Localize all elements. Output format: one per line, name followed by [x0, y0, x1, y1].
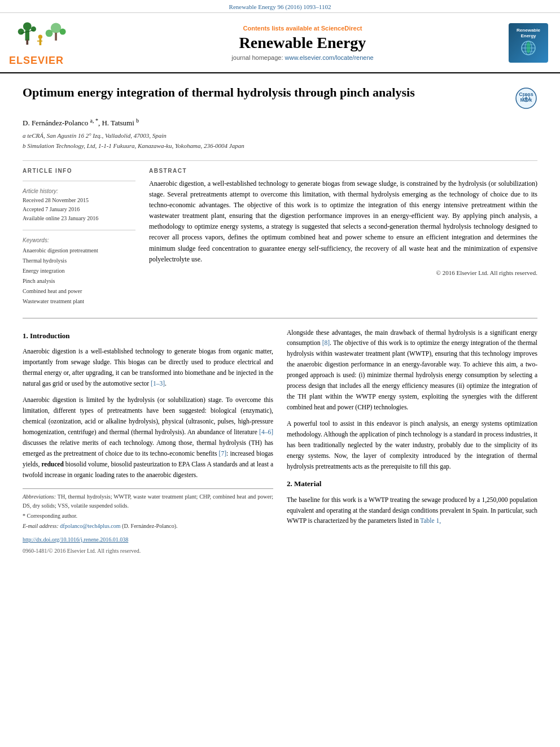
- svg-point-3: [18, 29, 24, 35]
- svg-text:Cross: Cross: [519, 91, 533, 97]
- journal-reference-text: Renewable Energy 96 (2016) 1093–1102: [229, 3, 331, 10]
- article-content: Optimum energy integration of thermal hy…: [0, 73, 560, 567]
- crossmark-badge[interactable]: Cross Mark: [515, 87, 537, 110]
- affiliation-a: a teCRÁ, San Agustín 16 2° Izq., Vallado…: [23, 131, 537, 141]
- ref-7: [7]: [219, 450, 226, 457]
- accepted-date: Accepted 7 January 2016: [23, 205, 135, 214]
- elsevier-wordmark: ELSEVIER: [9, 55, 64, 67]
- table-ref: Table 1,: [420, 517, 441, 524]
- abstract-copyright: © 2016 Elsevier Ltd. All rights reserved…: [149, 269, 537, 276]
- material-para-1: The baseline for this work is a WWTP tre…: [287, 495, 537, 527]
- body-columns: 1. Introduction Anaerobic digestion is a…: [23, 327, 537, 556]
- doi-line[interactable]: http://dx.doi.org/10.1016/j.renene.2016.…: [23, 535, 273, 544]
- elsevier-logo-section: ELSEVIER: [9, 19, 99, 67]
- section1-heading: 1. Introduction: [23, 330, 273, 342]
- divider-1: [23, 160, 537, 161]
- renewable-energy-logo: RenewableEnergy: [509, 23, 548, 63]
- footnote-corresponding: * Corresponding author.: [23, 512, 273, 521]
- footnote-email: E-mail address: dfpolanco@tech4plus.com …: [23, 522, 273, 531]
- svg-rect-13: [40, 39, 42, 45]
- contents-text: Contents lists available at: [243, 25, 321, 32]
- keyword-1: Anaerobic digestion pretreatment: [23, 246, 135, 256]
- keywords-label: Keywords:: [23, 237, 135, 243]
- svg-rect-0: [12, 19, 75, 53]
- keywords-section: Keywords: Anaerobic digestion pretreatme…: [23, 237, 135, 307]
- abstract-panel: ABSTRACT Anaerobic digestion, a well-est…: [149, 168, 537, 307]
- keyword-4: Pinch analysis: [23, 276, 135, 286]
- svg-rect-7: [26, 40, 28, 45]
- journal-homepage: journal homepage: www.elsevier.com/locat…: [231, 54, 373, 61]
- available-date: Available online 23 January 2016: [23, 214, 135, 223]
- article-info-abstract: ARTICLE INFO Article history: Received 2…: [23, 168, 537, 307]
- page: Renewable Energy 96 (2016) 1093–1102: [0, 0, 560, 747]
- ref-1-3: [1–3]: [151, 380, 165, 387]
- keyword-5: Combined heat and power: [23, 286, 135, 296]
- body-divider: [23, 318, 537, 318]
- intro-para-1: Anaerobic digestion is a well-establishe…: [23, 346, 273, 389]
- article-title: Optimum energy integration of thermal hy…: [23, 85, 504, 101]
- svg-point-12: [38, 35, 42, 39]
- section2-heading: 2. Material: [287, 478, 537, 490]
- keyword-3: Energy integration: [23, 266, 135, 276]
- abstract-text: Anaerobic digestion, a well-established …: [149, 178, 537, 265]
- svg-point-9: [46, 29, 53, 37]
- history-label: Article history:: [23, 188, 135, 194]
- article-info-panel: ARTICLE INFO Article history: Received 2…: [23, 168, 135, 307]
- journal-header: ELSEVIER Contents lists available at Sci…: [0, 13, 560, 73]
- ref-4-6: [4–6]: [259, 429, 273, 435]
- footnotes-section: Abbreviations: TH, thermal hydrolysis; W…: [23, 488, 273, 556]
- homepage-label: journal homepage:: [231, 54, 283, 61]
- elsevier-tree-logo: [9, 19, 77, 53]
- article-info-title: ARTICLE INFO: [23, 168, 135, 174]
- intro-para-2: Anaerobic digestion is limited by the hy…: [23, 395, 273, 480]
- divider-3: [23, 230, 135, 230]
- journal-info-center: Contents lists available at ScienceDirec…: [105, 19, 500, 67]
- email-link[interactable]: dfpolanco@tech4plus.com: [60, 523, 120, 529]
- doi-link[interactable]: http://dx.doi.org/10.1016/j.renene.2016.…: [23, 536, 128, 543]
- intro-para-4: A powerful tool to assist in this endeav…: [287, 418, 537, 472]
- sciencedirect-line: Contents lists available at ScienceDirec…: [243, 25, 362, 32]
- journal-title: Renewable Energy: [239, 34, 366, 52]
- homepage-link[interactable]: www.elsevier.com/locate/renene: [285, 54, 374, 61]
- svg-point-10: [60, 29, 66, 35]
- ref-8: [8]: [322, 339, 330, 346]
- affiliations: a teCRÁ, San Agustín 16 2° Izq., Vallado…: [23, 131, 537, 151]
- affiliation-b: b Simulation Technology, Ltd, 1-1-1 Fuku…: [23, 141, 537, 151]
- history-section: Article history: Received 28 November 20…: [23, 188, 135, 223]
- journal-reference-bar: Renewable Energy 96 (2016) 1093–1102: [0, 0, 560, 13]
- svg-rect-11: [55, 33, 57, 41]
- received-date: Received 28 November 2015: [23, 196, 135, 205]
- copyright-line: 0960-1481/© 2016 Elsevier Ltd. All right…: [23, 547, 273, 556]
- body-col-right: Alongside these advantages, the main dra…: [287, 327, 537, 556]
- svg-point-1: [23, 22, 32, 30]
- elsevier-logo: ELSEVIER: [9, 19, 99, 67]
- keyword-6: Wastewater treatment plant: [23, 296, 135, 307]
- body-col-left: 1. Introduction Anaerobic digestion is a…: [23, 327, 273, 556]
- intro-para-3: Alongside these advantages, the main dra…: [287, 327, 537, 413]
- abstract-title: ABSTRACT: [149, 168, 537, 174]
- article-title-section: Optimum energy integration of thermal hy…: [23, 85, 537, 110]
- keyword-2: Thermal hydrolysis: [23, 256, 135, 266]
- sciencedirect-brand: ScienceDirect: [321, 25, 362, 32]
- footnote-abbreviations: Abbreviations: TH, thermal hydrolysis; W…: [23, 492, 273, 510]
- divider-2: [23, 181, 135, 181]
- renewable-energy-logo-section: RenewableEnergy: [506, 19, 551, 67]
- authors-line: D. Fernández-Polanco a, *, H. Tatsumi b: [23, 117, 537, 128]
